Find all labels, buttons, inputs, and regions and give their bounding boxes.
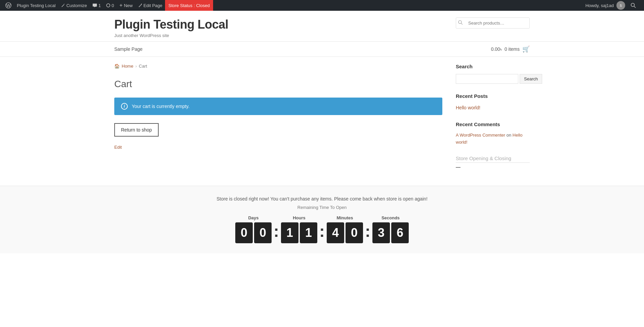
cart-widget[interactable]: 0.00৳ 0 items 🛒: [491, 45, 530, 53]
customize-bar-item[interactable]: Customize: [58, 0, 89, 11]
adminbar-right: Howdy, saj1ad s: [583, 0, 641, 11]
main-content: 🏠 Home › Cart Cart i Your cart is curren…: [114, 64, 442, 179]
cart-amount: 0.00৳: [491, 46, 502, 52]
days-label: Days: [248, 215, 258, 220]
new-bar-item[interactable]: + New: [117, 0, 135, 11]
recent-post-link[interactable]: Hello world!: [456, 105, 480, 110]
svg-line-4: [634, 6, 636, 8]
hours-label: Hours: [293, 215, 306, 220]
countdown-timer: Days 0 0 : Hours 1 1 : Minutes: [7, 215, 637, 243]
svg-point-5: [458, 21, 461, 24]
recent-posts-list: Hello world!: [456, 104, 530, 112]
page-title: Cart: [114, 79, 442, 89]
colon-3: :: [363, 215, 372, 240]
hours-digit-1: 1: [281, 222, 298, 243]
home-icon: 🏠: [114, 64, 120, 69]
store-widget-divider: [456, 162, 530, 163]
sidebar-recent-posts: Recent Posts Hello world!: [456, 93, 530, 112]
sidebar: Search Search Recent Posts Hello world! …: [456, 64, 530, 179]
cart-items-count: 0 items: [505, 46, 520, 52]
store-widget-dash: —: [456, 164, 460, 170]
edit-page-bar-item[interactable]: Edit Page: [135, 0, 165, 11]
days-digits: 0 0: [235, 222, 272, 243]
store-closed-banner: Store is closed right now! You can't pur…: [0, 186, 644, 253]
svg-line-6: [461, 23, 462, 25]
cart-notice: i Your cart is currently empty.: [114, 98, 442, 115]
site-name-bar[interactable]: Plugin Testing Local: [14, 0, 58, 11]
breadcrumb: 🏠 Home › Cart: [114, 64, 442, 69]
cart-icon: 🛒: [522, 45, 530, 53]
notice-info-icon: i: [121, 103, 128, 110]
seconds-digits: 3 6: [372, 222, 409, 243]
site-nav: Sample Page 0.00৳ 0 items 🛒: [0, 42, 644, 57]
site-tagline: Just another WordPress site: [114, 33, 228, 38]
seconds-label: Seconds: [381, 215, 400, 220]
return-to-shop-button[interactable]: Return to shop: [114, 123, 159, 137]
sidebar-search-form: Search: [456, 74, 530, 84]
remaining-time-label: Remaining Time To Open: [7, 205, 637, 210]
seconds-digit-1: 3: [372, 222, 390, 243]
site-title: Plugin Testing Local: [114, 17, 228, 32]
seconds-digit-2: 6: [391, 222, 409, 243]
wp-logo[interactable]: W: [3, 0, 14, 11]
store-closed-message: Store is closed right now! You can't pur…: [7, 196, 637, 202]
countdown-minutes: Minutes 4 0: [327, 215, 363, 243]
sidebar-search-input[interactable]: [456, 74, 518, 84]
minutes-digit-1: 4: [327, 222, 344, 243]
svg-point-2: [107, 4, 110, 7]
days-digit-1: 0: [235, 222, 253, 243]
product-search-form: [456, 17, 530, 29]
page-wrapper: Plugin Testing Local Just another WordPr…: [0, 11, 644, 327]
hours-digits: 1 1: [281, 222, 317, 243]
breadcrumb-current: Cart: [139, 64, 147, 69]
edit-page-link[interactable]: Edit: [114, 145, 442, 150]
adminbar-search-icon[interactable]: [628, 0, 639, 11]
minutes-digit-2: 0: [346, 222, 363, 243]
colon-1: :: [272, 215, 281, 240]
sidebar-store-widget: Store Opening & Closing —: [456, 155, 530, 170]
admin-avatar: s: [616, 1, 625, 10]
svg-point-3: [631, 3, 635, 7]
content-area: 🏠 Home › Cart Cart i Your cart is curren…: [0, 57, 644, 186]
minutes-digits: 4 0: [327, 222, 363, 243]
store-widget-title: Store Opening & Closing: [456, 155, 530, 161]
nav-menu: Sample Page: [114, 42, 148, 57]
site-branding: Plugin Testing Local Just another WordPr…: [114, 17, 228, 38]
list-item: Hello world!: [456, 104, 530, 112]
sidebar-search-button[interactable]: Search: [520, 74, 542, 84]
admin-bar: W Plugin Testing Local Customize 1 0 + N…: [0, 0, 644, 11]
breadcrumb-separator: ›: [135, 64, 137, 69]
comment-on-text: on: [507, 133, 511, 138]
sidebar-recent-comments: Recent Comments A WordPress Commenter on…: [456, 121, 530, 146]
bubble-bar-item[interactable]: 0: [104, 0, 117, 11]
search-icon: [456, 20, 465, 26]
nav-link-sample-page[interactable]: Sample Page: [114, 42, 148, 57]
cart-empty-message: Your cart is currently empty.: [132, 104, 190, 109]
svg-text:W: W: [6, 3, 10, 8]
colon-2: :: [317, 215, 327, 240]
comment-item: A WordPress Commenter on Hello world!: [456, 132, 530, 146]
countdown-seconds: Seconds 3 6: [372, 215, 409, 243]
header-search-form: [456, 17, 530, 29]
breadcrumb-home-link[interactable]: Home: [122, 64, 133, 69]
recent-comments-title: Recent Comments: [456, 121, 530, 127]
recent-posts-title: Recent Posts: [456, 93, 530, 99]
comment-author-link[interactable]: A WordPress Commenter: [456, 133, 505, 138]
nav-item-sample-page: Sample Page: [114, 42, 148, 57]
site-header: Plugin Testing Local Just another WordPr…: [0, 11, 644, 42]
product-search-input[interactable]: [465, 18, 529, 28]
comments-bar-item[interactable]: 1: [90, 0, 104, 11]
sidebar-search-title: Search: [456, 64, 530, 69]
days-digit-2: 0: [254, 222, 272, 243]
minutes-label: Minutes: [336, 215, 353, 220]
countdown-days: Days 0 0: [235, 215, 272, 243]
store-status-bar-item[interactable]: Store Status : Closed: [165, 0, 213, 11]
hours-digit-2: 1: [300, 222, 317, 243]
sidebar-search-widget: Search Search: [456, 64, 530, 84]
countdown-hours: Hours 1 1: [281, 215, 317, 243]
